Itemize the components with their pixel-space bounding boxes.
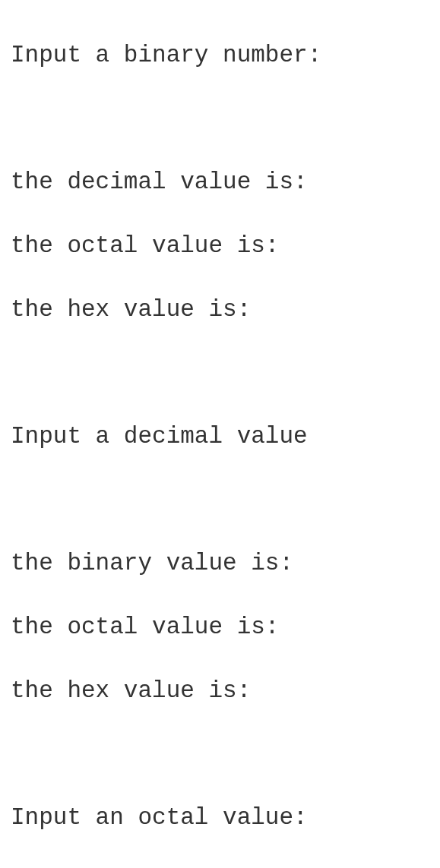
blank-line: [11, 738, 429, 770]
blank-line: [11, 103, 429, 135]
output-octal: the octal value is:: [11, 611, 429, 643]
output-octal: the octal value is:: [11, 230, 429, 262]
blank-line: [11, 357, 429, 389]
blank-line: [11, 485, 429, 516]
output-hex: the hex value is:: [11, 294, 429, 326]
terminal-output: Input a binary number: the decimal value…: [0, 0, 440, 868]
prompt-octal: Input an octal value:: [11, 802, 429, 834]
prompt-decimal: Input a decimal value: [11, 421, 429, 453]
output-hex: the hex value is:: [11, 675, 429, 707]
output-decimal: the decimal value is:: [11, 166, 429, 198]
prompt-binary: Input a binary number:: [11, 39, 429, 71]
output-binary: the binary value is:: [11, 548, 429, 579]
